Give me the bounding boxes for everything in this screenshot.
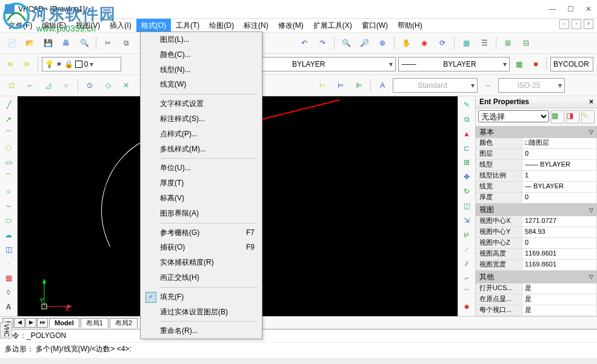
text-style-select[interactable]: Standard▾ bbox=[393, 78, 478, 93]
props-icon[interactable]: ☰ bbox=[476, 35, 492, 51]
line-icon[interactable]: ╱ bbox=[1, 99, 16, 111]
dim-style-select[interactable]: ISO-25▾ bbox=[498, 78, 565, 93]
circle-icon[interactable]: ○ bbox=[1, 185, 16, 198]
point-icon[interactable]: · bbox=[1, 257, 16, 270]
fillet-icon[interactable]: ⌒ bbox=[459, 286, 474, 299]
region-icon[interactable]: ◊ bbox=[1, 286, 16, 299]
redo-icon[interactable]: ↷ bbox=[315, 35, 330, 51]
prop-group-header[interactable]: 视图▽ bbox=[476, 204, 597, 216]
layerstate-icon[interactable]: ≋ bbox=[20, 56, 34, 72]
snap-icon[interactable]: ⊡ bbox=[4, 78, 19, 93]
mdi-minimize[interactable]: – bbox=[559, 19, 569, 29]
dropdown-item[interactable]: 文字样式设置 bbox=[141, 96, 262, 111]
new-icon[interactable]: 📄 bbox=[4, 35, 19, 51]
zoom-ext-icon[interactable]: ⊕ bbox=[375, 35, 390, 51]
dropdown-item[interactable]: 填充(F)✓ bbox=[141, 290, 262, 305]
hatch-icon[interactable]: ▦ bbox=[1, 272, 16, 285]
prop-group-header[interactable]: 基本▽ bbox=[476, 126, 597, 139]
int-icon[interactable]: ✕ bbox=[118, 78, 134, 93]
tab-prev-icon[interactable]: ◀ bbox=[14, 318, 25, 328]
preview-icon[interactable]: 🔍 bbox=[76, 35, 92, 51]
polygon-icon[interactable]: ⬠ bbox=[1, 142, 16, 155]
dim3-icon[interactable]: ⊫ bbox=[351, 78, 367, 93]
copy2-icon[interactable]: ⧉ bbox=[459, 113, 474, 126]
pick-icon[interactable]: ✎ bbox=[581, 110, 595, 124]
menu-modify[interactable]: 修改(M) bbox=[273, 19, 309, 32]
rotate-icon[interactable]: ↻ bbox=[459, 185, 474, 198]
print-icon[interactable]: 🖶 bbox=[58, 35, 74, 51]
dropdown-item[interactable]: 线宽(W) bbox=[141, 77, 262, 92]
close-button[interactable]: ✕ bbox=[585, 5, 592, 13]
prop-row[interactable]: 线宽— BYLAYER bbox=[476, 182, 597, 193]
dropdown-item[interactable]: 画正交线(H) bbox=[141, 270, 262, 285]
dropdown-item[interactable]: 重命名(R)... bbox=[141, 323, 262, 339]
array-icon[interactable]: ⊞ bbox=[459, 156, 474, 169]
explode-icon[interactable]: ✸ bbox=[459, 301, 474, 314]
prop-row[interactable]: 视图中心Z0 bbox=[476, 238, 597, 249]
color-btn-icon[interactable]: ■ bbox=[529, 56, 542, 72]
prop-row[interactable]: 打开UCS...是 bbox=[476, 283, 597, 294]
dropdown-item[interactable]: 单位(U)... bbox=[141, 160, 262, 176]
prop-row[interactable]: 图层0 bbox=[476, 149, 597, 160]
dropdown-item[interactable]: 通过实体设置图层(B) bbox=[141, 305, 262, 320]
trim-icon[interactable]: ⊬ bbox=[459, 229, 474, 242]
dim-style-icon[interactable]: ↔ bbox=[480, 78, 496, 93]
endpoint-icon[interactable]: ⌐ bbox=[22, 78, 38, 93]
select-obj-icon[interactable]: ◨ bbox=[566, 110, 579, 124]
props-close-icon[interactable]: × bbox=[589, 97, 593, 107]
dropdown-item[interactable]: 标注样式(S)... bbox=[141, 111, 262, 127]
zoom-out-icon[interactable]: 🔎 bbox=[356, 35, 372, 51]
zoom-in-icon[interactable]: 🔍 bbox=[338, 35, 354, 51]
bycolor-select[interactable]: BYCOLOR bbox=[550, 57, 593, 71]
layer-select[interactable]: 💡☀🔒 0 ▾ bbox=[42, 57, 122, 71]
quick-select-icon[interactable]: ▦ bbox=[551, 110, 564, 124]
center-icon[interactable]: ○ bbox=[58, 78, 74, 93]
prop-row[interactable]: 视图中心X1271.0727 bbox=[476, 216, 597, 227]
break-icon[interactable]: ⫽ bbox=[459, 257, 474, 270]
menu-format[interactable]: 格式(O) bbox=[136, 19, 171, 33]
dropdown-item[interactable]: 线型(N)... bbox=[141, 62, 262, 78]
scale-icon[interactable]: ◫ bbox=[459, 200, 474, 213]
tab-last-icon[interactable]: ⏭ bbox=[37, 318, 48, 328]
command-window[interactable]: 命令：_POLYGON 多边形： 多个(M)/线宽(W)/<边数> <4>: bbox=[0, 329, 597, 359]
spline-icon[interactable]: ～ bbox=[1, 200, 16, 213]
copy-icon[interactable]: ⧉ bbox=[118, 35, 134, 51]
prop-row[interactable]: 视图中心Y584.93 bbox=[476, 227, 597, 238]
dropdown-item[interactable]: 多线样式(M)... bbox=[141, 142, 262, 157]
quad-icon[interactable]: ◇ bbox=[100, 78, 116, 93]
menu-draw[interactable]: 绘图(D) bbox=[204, 19, 239, 32]
prop-group-header[interactable]: 其他▽ bbox=[476, 271, 597, 283]
maximize-button[interactable]: ☐ bbox=[567, 5, 574, 13]
block-icon[interactable]: ◫ bbox=[1, 243, 16, 256]
menu-window[interactable]: 窗口(W) bbox=[357, 19, 393, 32]
dropdown-item[interactable]: 图形界限(A) bbox=[141, 206, 262, 221]
prop-row[interactable]: 线型比例1 bbox=[476, 171, 597, 182]
text-style-icon[interactable]: A bbox=[375, 78, 390, 93]
prop-row[interactable]: 视图高度1169.8601 bbox=[476, 249, 597, 260]
dim-icon[interactable]: ⊢ bbox=[315, 78, 330, 93]
dropdown-item[interactable]: 参考栅格(G)F7 bbox=[141, 225, 262, 240]
menu-ext[interactable]: 扩展工具(X) bbox=[309, 19, 357, 32]
prop-row[interactable]: 每个视口...是 bbox=[476, 305, 597, 316]
offset-icon[interactable]: ⊏ bbox=[459, 142, 474, 155]
dropdown-item[interactable]: 厚度(T) bbox=[141, 176, 262, 191]
extend-icon[interactable]: ⟋ bbox=[459, 243, 474, 256]
midpoint-icon[interactable]: ◿ bbox=[40, 78, 56, 93]
dropdown-item[interactable]: 实体捕获精度(R) bbox=[141, 255, 262, 270]
move-icon[interactable]: ✥ bbox=[459, 171, 474, 184]
menu-tools[interactable]: 工具(T) bbox=[171, 19, 204, 32]
cloud-icon[interactable]: ☁ bbox=[1, 229, 16, 242]
rect-icon[interactable]: ▭ bbox=[1, 156, 16, 169]
vp2-icon[interactable]: ⊟ bbox=[518, 35, 534, 51]
dropdown-item[interactable]: 图层(L)... bbox=[141, 32, 262, 47]
regen-icon[interactable]: ⟳ bbox=[435, 35, 450, 51]
color-grid-icon[interactable]: ▦ bbox=[512, 56, 526, 72]
ray-icon[interactable]: ↗ bbox=[1, 113, 16, 126]
orbit-icon[interactable]: ◉ bbox=[416, 35, 432, 51]
pan-icon[interactable]: ✋ bbox=[398, 35, 414, 51]
selection-filter[interactable]: 无选择 bbox=[478, 110, 549, 122]
dropdown-item[interactable]: 颜色(C)... bbox=[141, 47, 262, 62]
mirror-icon[interactable]: ▲ bbox=[459, 128, 474, 141]
mdi-restore[interactable]: ▫ bbox=[572, 19, 581, 29]
save-icon[interactable]: 💾 bbox=[40, 35, 56, 51]
